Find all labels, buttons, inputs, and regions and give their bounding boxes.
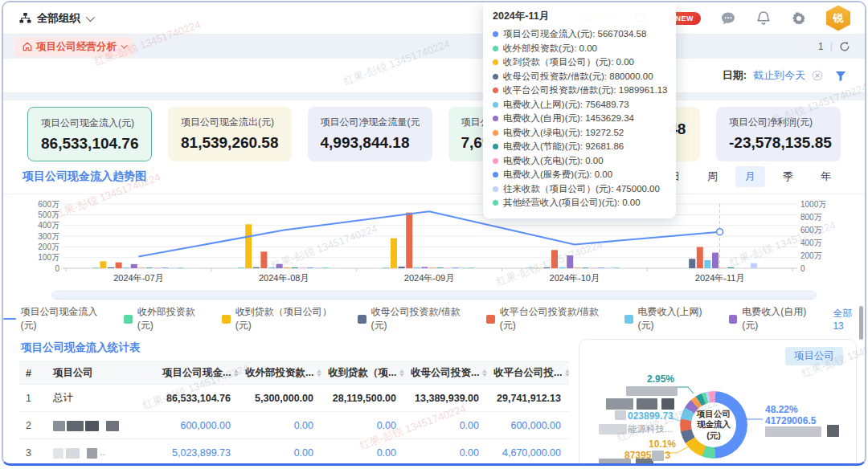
tooltip-item: 电费收入(绿电)(元): 19272.52 (493, 126, 666, 141)
legend-swatch-icon (486, 315, 495, 324)
tooltip-item: 电费收入(自用)(元): 1453629.34 (493, 112, 666, 126)
sort-icon[interactable] (234, 369, 239, 377)
svg-text:600万: 600万 (800, 226, 822, 234)
sort-icon[interactable] (482, 369, 487, 377)
kpi-label: 项目公司净利润(元) (729, 116, 828, 129)
chat-icon[interactable] (720, 10, 736, 27)
tooltip-item: 收外部投资款(元): 0.00 (493, 42, 666, 56)
legend-swatch-icon (729, 315, 738, 324)
kpi-card-2[interactable]: 项目公司现金流出(元)81,539,260.58 (168, 107, 292, 161)
row-number: 1 (19, 385, 47, 412)
series-dot (493, 46, 498, 51)
column-header[interactable]: 项目公司现金... (156, 362, 239, 385)
datazoom-slider[interactable] (51, 291, 817, 300)
series-dot (493, 186, 498, 192)
donut-label-teal-percent: 2.95% (647, 373, 674, 385)
avatar[interactable]: 锐 (826, 6, 850, 31)
donut-chart[interactable]: 项目公司现金流入(元) (680, 391, 747, 459)
tooltip-item: 电费收入(上网)(元): 756489.73 (493, 98, 666, 112)
period-option[interactable]: 周 (698, 166, 727, 187)
column-header[interactable]: 收母公司投资... (404, 362, 487, 385)
trend-chart[interactable]: 0100万200万300万400万500万600万0200万400万600万80… (19, 196, 847, 286)
kpi-label: 项目公司现金流出(元) (181, 116, 279, 129)
value-cell: 13,389,939.00 (404, 385, 487, 412)
table-title: 项目公司现金流入统计表 (21, 341, 569, 355)
clear-filter-icon[interactable] (812, 70, 823, 81)
kpi-card-6[interactable]: 项目公司净利润(元)-23,578,135.85 (716, 107, 841, 161)
value-cell: 5,300,000.00 (239, 385, 321, 412)
table-row[interactable]: 1总计86,533,104.765,300,000.0028,119,500.0… (19, 385, 569, 412)
redacted-block (606, 398, 633, 410)
stat-table: #项目公司项目公司现金...收外部投资款...收到贷款（项...收母公司投资..… (19, 361, 569, 466)
date-filter-value[interactable]: 截止到今天 (753, 68, 805, 83)
sort-icon[interactable] (317, 369, 321, 377)
value-cell: 86,533,104.76 (156, 385, 239, 412)
series-dot (493, 102, 498, 108)
series-dot (493, 200, 498, 206)
svg-text:800万: 800万 (800, 213, 822, 222)
kpi-card-row: 项目公司现金流入(元)86,533,104.76项目公司现金流出(元)81,53… (3, 100, 865, 161)
kpi-card-1[interactable]: 项目公司现金流入(元)86,533,104.76 (27, 107, 152, 161)
value-cell: 600,000.00 (487, 412, 569, 439)
series-dot (493, 88, 498, 93)
kpi-label: 项目公司现金流入(元) (41, 116, 138, 130)
legend-line-icon (3, 318, 16, 320)
donut-label-yellow-value: 873953 (624, 450, 670, 461)
refresh-icon[interactable] (839, 41, 850, 52)
kpi-value: 81,539,260.58 (181, 134, 279, 152)
legend-item[interactable]: 收母公司投资款/借款(元) (358, 305, 473, 332)
redacted-block (827, 425, 839, 437)
section-divider (3, 92, 865, 100)
divider: | (830, 41, 833, 52)
legend-item[interactable]: 电费收入(自用)(元) (729, 305, 821, 332)
org-selector[interactable]: 全部组织 (19, 11, 92, 26)
legend-item[interactable]: 电费收入(上网)(元) (624, 305, 716, 332)
sort-icon[interactable] (565, 369, 569, 377)
series-dot (493, 144, 498, 149)
trend-title: 项目公司现金流入趋势图 (23, 169, 146, 184)
period-toggle: 日周月季年 (660, 166, 841, 187)
kpi-value: -23,578,135.85 (729, 134, 828, 152)
legend-item[interactable]: 项目公司现金流入(元) (3, 305, 111, 332)
legend-swatch-icon (124, 315, 133, 324)
gear-icon[interactable] (791, 10, 807, 27)
filter-funnel-icon[interactable] (834, 70, 847, 82)
date-filter-label: 日期: (723, 68, 747, 83)
table-row[interactable]: 2600,000.000.000.000.00600,000.00 (19, 412, 569, 439)
donut-label-blue-percent: 48.22% (765, 404, 798, 415)
legend-item[interactable]: 收平台公司投资款/借款(元) (486, 305, 612, 332)
legend-swatch-icon (358, 315, 366, 324)
donut-label-lightblue-company: 能源科技... (628, 423, 673, 435)
trend-chart-area[interactable]: 0100万200万300万400万500万600万0200万400万600万80… (3, 194, 865, 289)
period-option[interactable]: 月 (735, 166, 765, 187)
period-option[interactable]: 年 (811, 166, 841, 187)
column-header[interactable]: 收外部投资款... (239, 362, 321, 385)
stat-table-card: 项目公司现金流入统计表 #项目公司项目公司现金...收外部投资款...收到贷款（… (19, 339, 569, 466)
scrollbar-thumb[interactable] (859, 306, 863, 340)
column-header[interactable]: 收平台公司投... (487, 362, 569, 385)
series-dot (493, 74, 498, 80)
legend-item[interactable]: 收外部投资款(元) (124, 305, 209, 332)
legend-item[interactable]: 收到贷款（项目公司）(元) (222, 305, 345, 332)
tooltip-title: 2024年-11月 (493, 10, 666, 23)
datazoom-window[interactable] (52, 292, 816, 299)
svg-text:400万: 400万 (800, 239, 822, 247)
svg-text:200万: 200万 (800, 251, 822, 260)
svg-text:2024年-09月: 2024年-09月 (404, 273, 454, 283)
svg-text:0: 0 (800, 264, 805, 273)
table-row[interactable]: 3..5,023,899.730.000.000.004,670,000.00 (19, 439, 569, 467)
value-cell: 0.00 (404, 412, 487, 439)
svg-text:300万: 300万 (38, 232, 59, 241)
page-indicator: 1 | (818, 41, 850, 52)
chevron-down-icon (86, 12, 95, 21)
sort-icon[interactable] (399, 369, 404, 377)
period-option[interactable]: 季 (773, 166, 803, 187)
tab-business-analysis[interactable]: 项目公司经营分析 (14, 37, 133, 57)
kpi-card-3[interactable]: 项目公司净现金流量(元)4,993,844.18 (308, 107, 432, 161)
org-label: 全部组织 (37, 11, 80, 26)
org-tree-icon (19, 12, 31, 24)
value-cell: 0.00 (321, 412, 404, 439)
series-dot (493, 59, 498, 65)
bell-icon[interactable] (755, 10, 772, 27)
column-header[interactable]: 收到贷款（项... (321, 362, 404, 385)
